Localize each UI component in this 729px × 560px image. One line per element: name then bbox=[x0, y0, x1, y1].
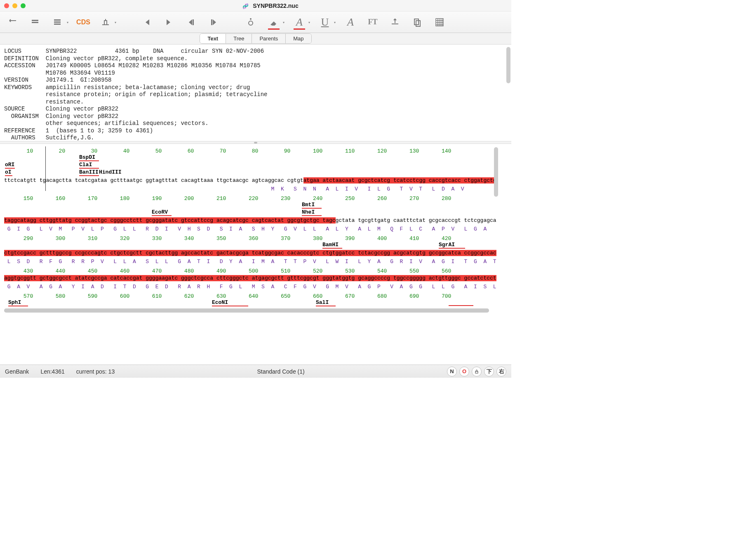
status-lock-button[interactable] bbox=[472, 367, 482, 376]
toolbar: ▾ CDS ▾ ▾ A▾ U▾ A FT bbox=[0, 12, 511, 33]
sequence-pane[interactable]: 10 20 30 40 50 60 70 80 90 100 110 120 1… bbox=[0, 144, 511, 365]
seq-text: gctata tgcgttgatg caatttctat gcgcacccgt … bbox=[336, 217, 496, 224]
status-down-button[interactable]: 下 bbox=[484, 367, 494, 376]
tab-text[interactable]: Text bbox=[200, 34, 226, 43]
status-n-button[interactable]: N bbox=[447, 367, 457, 376]
site-ori[interactable]: oRI bbox=[5, 162, 14, 168]
grid-icon[interactable] bbox=[433, 16, 446, 29]
font-icon[interactable]: A bbox=[344, 16, 357, 29]
seq-text-hl: gatcc tctacgccgg acgcatcgtg gccggcatca bbox=[339, 250, 464, 256]
site-ecorv[interactable]: EcoRV bbox=[152, 209, 168, 215]
sequence-line[interactable]: ctgtccgacc gctttggccg ccgcccagtc ctgctcg… bbox=[4, 250, 495, 256]
statusbar: GenBank Len:4361 current pos: 13 Standar… bbox=[0, 365, 511, 378]
window-controls bbox=[4, 3, 26, 8]
site-bamhi[interactable]: BamHI bbox=[322, 242, 339, 248]
status-right-button[interactable]: 右 bbox=[496, 367, 506, 376]
site-sgrai[interactable]: SgrAI bbox=[439, 242, 455, 248]
sites-row: BmtI bbox=[4, 202, 495, 209]
ruler-row: 430 440 450 460 470 480 490 500 510 520 … bbox=[4, 268, 495, 274]
site-baniii[interactable]: BanIII bbox=[79, 169, 99, 175]
ruler-row: 10 20 30 40 50 60 70 80 90 100 110 120 1… bbox=[4, 148, 495, 154]
seq-text-hl: ccggcgccac bbox=[464, 250, 496, 256]
tab-map[interactable]: Map bbox=[286, 34, 311, 43]
genbank-header-pane[interactable]: LOCUS SYNPBR322 4361 bp DNA circular SYN… bbox=[0, 45, 511, 141]
site-hindiii[interactable]: HindIII bbox=[99, 169, 122, 175]
scroll-thumb[interactable] bbox=[4, 308, 489, 313]
layers-icon[interactable] bbox=[29, 16, 42, 29]
step-fwd-icon[interactable] bbox=[207, 16, 220, 29]
sequence-hscrollbar[interactable] bbox=[4, 308, 489, 313]
svg-rect-4 bbox=[54, 24, 61, 25]
sequence-line[interactable]: ttctcatgtt tgacagctta tcatcgataa gctttaa… bbox=[4, 177, 495, 184]
sequence-line[interactable]: aggtgcggtt gctggcgcct atatcgccga catcacc… bbox=[4, 275, 495, 281]
site-oi[interactable]: oI bbox=[5, 169, 12, 175]
cds-button[interactable]: CDS bbox=[77, 16, 90, 29]
translation-row: G I G L V M P V L P G L L R D I V H S D … bbox=[4, 226, 495, 232]
align-left-icon[interactable] bbox=[7, 16, 20, 29]
header-scrollbar[interactable] bbox=[506, 47, 510, 83]
document-icon: 🧬 bbox=[242, 3, 249, 9]
sites-row: oRI ClaI bbox=[4, 162, 495, 169]
svg-rect-0 bbox=[32, 20, 38, 21]
go-start-icon[interactable] bbox=[140, 16, 153, 29]
splitter-handle-icon bbox=[254, 142, 257, 144]
site-nhei[interactable]: NheI bbox=[302, 209, 315, 215]
underline-icon[interactable]: U▾ bbox=[318, 16, 332, 29]
site-sali[interactable]: SalI bbox=[316, 299, 329, 306]
sites-row: oI BanIII HindIII bbox=[4, 169, 495, 176]
view-tabs: Text Tree Parents Map bbox=[0, 33, 511, 45]
window-title: 🧬 SYNPBR322.nuc bbox=[34, 2, 507, 9]
site-econi[interactable]: EcoNI bbox=[212, 299, 228, 306]
font-color-icon[interactable]: A▾ bbox=[293, 16, 306, 29]
lock-icon bbox=[474, 369, 479, 374]
seq-text: ttctcatgtt tgacagctta tcatcgataa gctttaa… bbox=[4, 177, 303, 184]
svg-rect-9 bbox=[475, 371, 478, 373]
feature-table-button[interactable]: FT bbox=[366, 16, 379, 29]
translation-row: L S D R F G R R P V L L A S L L G A T I … bbox=[4, 259, 495, 265]
svg-point-5 bbox=[249, 21, 253, 25]
seq-text-hl: ctgtccgacc gctttggccg ccgcccagtc ctgctcg… bbox=[4, 250, 339, 256]
chevron-down-icon: ▾ bbox=[334, 21, 336, 24]
status-genetic-code: Standard Code (1) bbox=[257, 368, 304, 375]
translation-row: G A V A G A Y I A D I T D G E D R A R H … bbox=[4, 284, 495, 290]
seq-text-hl: atgaa atctaacaat gcgctcatcg tcatcctcgg c… bbox=[303, 177, 496, 184]
chevron-down-icon: ▾ bbox=[115, 21, 116, 24]
seq-text-hl: aggtgcggtt gctggcgcct atatcgccga catcacc… bbox=[4, 275, 496, 281]
status-format: GenBank bbox=[5, 368, 29, 375]
sites-row: EcoRV NheI bbox=[4, 209, 495, 216]
ruler-row: 150 160 170 180 190 200 210 220 230 240 … bbox=[4, 195, 495, 202]
site-bmti[interactable]: BmtI bbox=[302, 202, 315, 208]
zoom-window-icon[interactable] bbox=[21, 3, 26, 8]
svg-rect-2 bbox=[54, 19, 61, 21]
status-o-button[interactable]: O bbox=[459, 367, 469, 376]
genbank-header-text: LOCUS SYNPBR322 4361 bp DNA circular SYN… bbox=[4, 48, 507, 141]
status-position: current pos: 13 bbox=[76, 368, 115, 375]
sites-row: BamHI SgrAI bbox=[4, 242, 495, 249]
svg-rect-3 bbox=[54, 21, 61, 23]
tab-parents[interactable]: Parents bbox=[252, 34, 286, 43]
baseline-icon[interactable] bbox=[388, 16, 402, 29]
go-end-icon[interactable] bbox=[162, 16, 176, 29]
tab-tree[interactable]: Tree bbox=[226, 34, 252, 43]
seq-text-hl: taggcatagg cttggttatg ccggtactgc cgggcct… bbox=[4, 217, 336, 224]
chevron-down-icon: ▾ bbox=[308, 21, 310, 24]
titlebar: 🧬 SYNPBR322.nuc bbox=[0, 0, 511, 12]
ruler-row: 290 300 310 320 330 340 350 360 370 380 … bbox=[4, 235, 495, 242]
layers-dropdown-icon[interactable]: ▾ bbox=[51, 16, 64, 29]
step-back-icon[interactable] bbox=[185, 16, 198, 29]
site-mark-icon bbox=[449, 305, 473, 306]
minimize-window-icon[interactable] bbox=[12, 3, 17, 8]
insert-dropdown-icon[interactable]: ▾ bbox=[99, 16, 112, 29]
ruler-row: 570 580 590 600 610 620 630 640 650 660 … bbox=[4, 293, 495, 299]
eraser-icon[interactable]: ▾ bbox=[267, 16, 280, 29]
chevron-down-icon: ▾ bbox=[283, 21, 285, 24]
sequence-line[interactable]: taggcatagg cttggttatg ccggtactgc cgggcct… bbox=[4, 217, 495, 224]
close-window-icon[interactable] bbox=[4, 3, 9, 8]
segment-control: Text Tree Parents Map bbox=[200, 33, 311, 44]
site-bspdi[interactable]: BspDI bbox=[79, 154, 95, 160]
site-sphi[interactable]: SphI bbox=[8, 299, 21, 306]
site-clai[interactable]: ClaI bbox=[79, 162, 92, 168]
search-icon[interactable] bbox=[245, 16, 258, 29]
copy-icon[interactable] bbox=[411, 16, 424, 29]
svg-rect-1 bbox=[32, 22, 38, 23]
